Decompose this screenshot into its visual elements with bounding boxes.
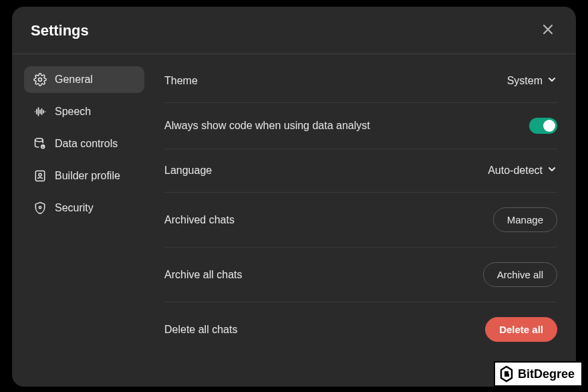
delete-all-button[interactable]: Delete all xyxy=(485,317,557,342)
setting-label: Archive all chats xyxy=(164,269,243,281)
settings-modal: Settings General Speech xyxy=(12,7,576,387)
setting-label: Theme xyxy=(164,75,198,87)
sidebar-item-label: General xyxy=(55,74,93,86)
setting-label: Language xyxy=(164,165,212,177)
dropdown-value: Auto-detect xyxy=(488,165,543,177)
setting-label: Always show code when using data analyst xyxy=(164,120,370,132)
bitdegree-logo-icon xyxy=(499,365,514,383)
setting-delete-all: Delete all chats Delete all xyxy=(164,302,557,357)
sidebar-item-label: Speech xyxy=(55,106,91,118)
show-code-toggle[interactable] xyxy=(529,118,557,134)
close-icon xyxy=(541,23,555,39)
svg-point-5 xyxy=(39,207,41,209)
sidebar-item-general[interactable]: General xyxy=(24,66,144,93)
setting-label: Delete all chats xyxy=(164,324,237,336)
svg-point-0 xyxy=(39,78,42,82)
sidebar: General Speech Data controls Builder pro… xyxy=(12,54,152,387)
shield-icon xyxy=(33,201,47,215)
svg-point-4 xyxy=(39,173,41,176)
svg-point-1 xyxy=(35,138,43,142)
modal-body: General Speech Data controls Builder pro… xyxy=(12,54,576,387)
setting-language: Language Auto-detect xyxy=(164,149,557,193)
waveform-icon xyxy=(33,105,47,118)
sidebar-item-builder-profile[interactable]: Builder profile xyxy=(24,163,144,189)
page-title: Settings xyxy=(31,22,89,39)
archive-all-button[interactable]: Archive all xyxy=(483,262,557,287)
setting-archived-chats: Archived chats Manage xyxy=(164,193,557,248)
sidebar-item-label: Data controls xyxy=(55,138,118,150)
sidebar-item-data-controls[interactable]: Data controls xyxy=(24,130,144,157)
theme-dropdown[interactable]: System xyxy=(507,74,557,88)
chevron-down-icon xyxy=(547,74,557,88)
setting-archive-all: Archive all chats Archive all xyxy=(164,248,557,302)
language-dropdown[interactable]: Auto-detect xyxy=(488,164,557,177)
database-icon xyxy=(33,137,47,151)
dropdown-value: System xyxy=(507,75,543,87)
setting-label: Archived chats xyxy=(164,214,235,226)
settings-content: Theme System Always show code when using… xyxy=(152,54,576,387)
sidebar-item-label: Security xyxy=(55,202,94,214)
sidebar-item-security[interactable]: Security xyxy=(24,195,144,221)
sidebar-item-label: Builder profile xyxy=(55,170,120,182)
setting-theme: Theme System xyxy=(164,60,557,103)
manage-button[interactable]: Manage xyxy=(493,207,557,232)
profile-card-icon xyxy=(33,169,47,183)
modal-header: Settings xyxy=(12,7,576,54)
sidebar-item-speech[interactable]: Speech xyxy=(24,98,144,125)
watermark: BitDegree xyxy=(494,361,583,387)
close-button[interactable] xyxy=(539,21,557,40)
gear-icon xyxy=(33,73,47,86)
setting-show-code: Always show code when using data analyst xyxy=(164,103,557,149)
watermark-text: BitDegree xyxy=(518,367,575,381)
chevron-down-icon xyxy=(547,164,557,177)
